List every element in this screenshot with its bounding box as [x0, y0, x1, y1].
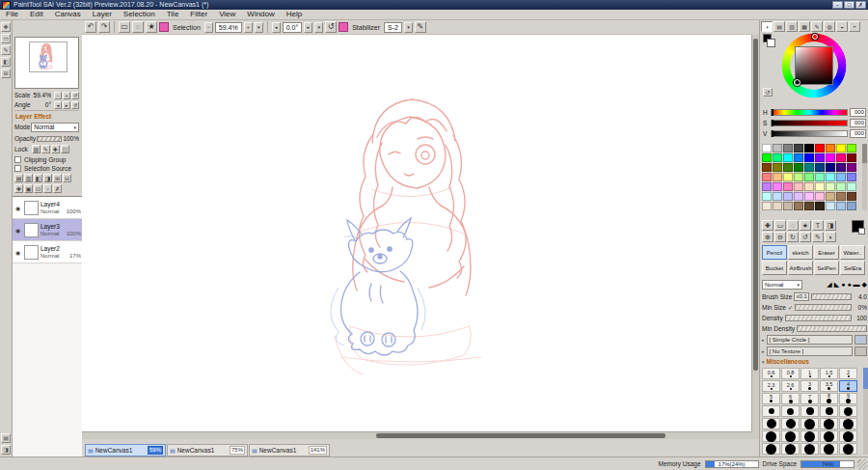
- brush-size-80[interactable]: [839, 418, 857, 429]
- color-tab-7[interactable]: ◓: [849, 21, 860, 32]
- chevron-right-icon[interactable]: ▸: [762, 337, 765, 343]
- angle-reset-button[interactable]: ↺: [71, 101, 79, 109]
- resize-grip[interactable]: [857, 459, 867, 469]
- selection-source-checkbox[interactable]: [14, 165, 21, 172]
- color-swatch-49[interactable]: [804, 192, 814, 201]
- brush-size-3.5[interactable]: 3.5: [820, 380, 838, 392]
- rect-select-icon[interactable]: ▭: [119, 21, 130, 33]
- zoom-out-button[interactable]: −: [204, 22, 213, 33]
- hue-slider[interactable]: [771, 109, 848, 116]
- navigator-preview[interactable]: [14, 37, 79, 89]
- color-swatch-6[interactable]: [826, 144, 835, 152]
- layer-op-icon-1[interactable]: ▥: [24, 174, 33, 182]
- brush-size-6[interactable]: 6: [781, 393, 800, 404]
- brush-tip-icon-4[interactable]: ▬: [854, 280, 860, 290]
- color-swatch-14[interactable]: [815, 153, 825, 162]
- stabilizer-value[interactable]: S-2: [384, 22, 402, 33]
- lasso-icon[interactable]: ◌: [132, 21, 144, 33]
- menu-file[interactable]: File: [0, 10, 24, 19]
- brush-tip-icon-0[interactable]: ◢: [827, 280, 831, 290]
- strip-icon-1[interactable]: ▭: [1, 34, 11, 43]
- density-slider[interactable]: [785, 315, 852, 321]
- color-swatch-28[interactable]: [773, 173, 782, 181]
- color-swatch-31[interactable]: [804, 173, 814, 181]
- color-swatch-40[interactable]: [804, 182, 814, 191]
- scale-reset-button[interactable]: ↺: [71, 92, 79, 99]
- color-swatch-38[interactable]: [783, 182, 793, 191]
- transform2-icon-2[interactable]: ↻: [787, 232, 799, 242]
- vertical-scroll-thumb[interactable]: [753, 39, 758, 371]
- layer-op-icon-3[interactable]: ◨: [43, 174, 52, 182]
- color-swatch-59[interactable]: [815, 202, 825, 210]
- brush-size-125[interactable]: [800, 430, 819, 442]
- transform2-icon-1[interactable]: ⊖: [774, 232, 786, 242]
- transform-icon-1[interactable]: ▭: [774, 220, 786, 231]
- layer-op2-icon-4[interactable]: ✗: [53, 184, 62, 193]
- stabilizer-dropdown-arrow[interactable]: ▾: [404, 22, 413, 33]
- document-tab-0[interactable]: ▤NewCanvas159%: [85, 444, 166, 456]
- brush-size-100[interactable]: [781, 430, 800, 442]
- palette-scroll-thumb[interactable]: [862, 144, 867, 163]
- value-slider[interactable]: [771, 130, 848, 137]
- maximize-button[interactable]: □: [844, 1, 854, 9]
- color-swatch-48[interactable]: [794, 192, 803, 201]
- angle-value[interactable]: 0.0°: [283, 22, 303, 33]
- color-swatch-15[interactable]: [826, 153, 835, 162]
- color-swatch-4[interactable]: [804, 144, 814, 152]
- saturation-value-square[interactable]: [795, 46, 833, 85]
- canvas[interactable]: [82, 35, 751, 431]
- color-swatch-5[interactable]: [815, 144, 825, 152]
- miscellaneous-section[interactable]: ▾ Miscellaneous: [762, 358, 809, 365]
- reset-view-icon[interactable]: ↺: [325, 21, 337, 33]
- brush-tip-icon-2[interactable]: ●: [841, 280, 845, 290]
- color-swatch-35[interactable]: [847, 173, 856, 181]
- brush-size-250[interactable]: [781, 443, 800, 455]
- layer-row-layer2[interactable]: ◉Layer2Normal17%: [13, 241, 82, 263]
- color-swatch-20[interactable]: [783, 163, 793, 172]
- selection-source-row[interactable]: Selection Source: [14, 164, 79, 173]
- layer-op-icon-2[interactable]: ◧: [34, 174, 42, 182]
- lock-icon-1[interactable]: ✎: [41, 145, 50, 153]
- lock-icon-3[interactable]: ◫: [61, 145, 69, 153]
- zoom-in-button[interactable]: +: [244, 22, 253, 33]
- color-swatch-36[interactable]: [762, 182, 772, 191]
- strip-bottom-icon-0[interactable]: ▤: [1, 433, 11, 443]
- color-swatch-46[interactable]: [773, 192, 782, 201]
- layer-op2-icon-2[interactable]: ⊡: [34, 184, 42, 193]
- brush-size-1[interactable]: 1: [800, 368, 819, 379]
- angle-dropdown-arrow[interactable]: ▾: [314, 22, 323, 33]
- menu-tile[interactable]: Tile: [161, 10, 185, 19]
- brush-size-90[interactable]: [762, 430, 780, 442]
- transform2-icon-4[interactable]: ✎: [812, 232, 824, 242]
- brush-size-10[interactable]: [762, 405, 780, 417]
- magic-wand-icon[interactable]: ★: [146, 21, 157, 33]
- min-density-slider[interactable]: [797, 325, 867, 332]
- color-swatch-54[interactable]: [762, 202, 772, 210]
- scale-plus-button[interactable]: +: [63, 92, 70, 99]
- tool-eraser[interactable]: Eraser: [814, 245, 839, 260]
- opacity-slider[interactable]: [37, 136, 62, 142]
- color-swatch-29[interactable]: [783, 173, 793, 181]
- color-swatch-23[interactable]: [815, 163, 825, 172]
- menu-layer[interactable]: Layer: [87, 10, 118, 19]
- strip-icon-4[interactable]: ⊞: [1, 69, 11, 78]
- brush-size-50[interactable]: [781, 418, 800, 429]
- tool-water[interactable]: Water..: [840, 245, 865, 260]
- horizontal-scrollbar[interactable]: [82, 431, 751, 439]
- color-swatch-3[interactable]: [794, 144, 803, 152]
- color-swatch-47[interactable]: [783, 192, 793, 201]
- zoom-dropdown-arrow[interactable]: ▾: [255, 22, 263, 33]
- color-swatch-0[interactable]: [762, 144, 772, 152]
- angle-plus-button[interactable]: ▸: [63, 101, 70, 109]
- brush-size-5[interactable]: 5: [762, 393, 780, 404]
- transform-icon-0[interactable]: ✚: [762, 220, 773, 231]
- menu-help[interactable]: Help: [281, 10, 308, 19]
- color-swatch-53[interactable]: [847, 192, 856, 201]
- color-tab-0[interactable]: ◑: [761, 21, 773, 32]
- brush-size-1.5[interactable]: 1.5: [820, 368, 838, 379]
- tool-selera[interactable]: SelEra: [840, 261, 865, 275]
- menu-canvas[interactable]: Canvas: [49, 10, 87, 19]
- color-swatch-16[interactable]: [836, 153, 846, 162]
- tool-airbrush[interactable]: AirBrush: [788, 261, 813, 275]
- brush-size-200[interactable]: [762, 443, 780, 455]
